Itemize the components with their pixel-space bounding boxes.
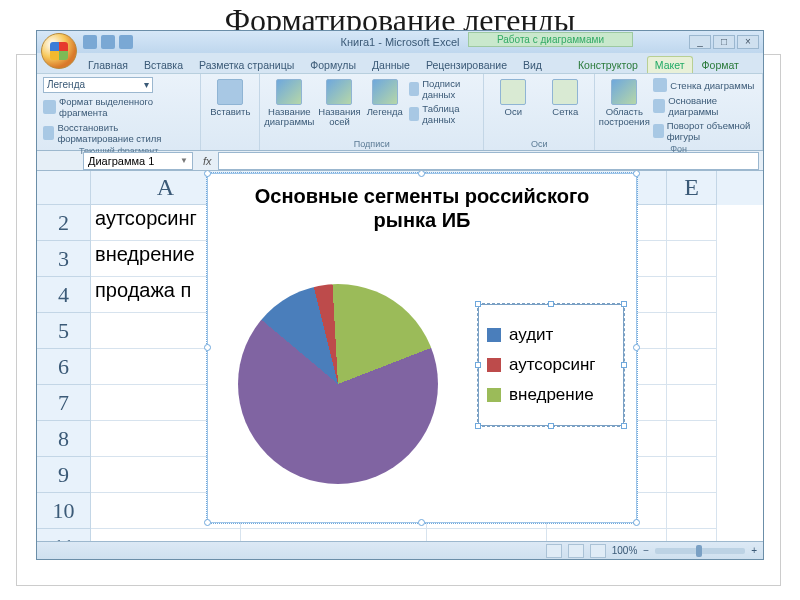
tab-formulas[interactable]: Формулы [303, 57, 363, 73]
worksheet-grid[interactable]: ABCDE 2аутсорсинг3внедрение4продажа п567… [37, 171, 763, 541]
redo-icon[interactable] [119, 35, 133, 49]
row-header[interactable]: 3 [37, 241, 91, 277]
row-header[interactable]: 7 [37, 385, 91, 421]
row-header[interactable]: 11 [37, 529, 91, 541]
ribbon: Легенда▾ Формат выделенного фрагмента Во… [37, 73, 763, 151]
cell[interactable] [667, 241, 717, 277]
axes-icon [500, 79, 526, 105]
row-header[interactable]: 10 [37, 493, 91, 529]
tab-insert[interactable]: Вставка [137, 57, 190, 73]
format-selection-button[interactable]: Формат выделенного фрагмента [43, 95, 194, 119]
tab-design[interactable]: Конструктор [571, 57, 645, 73]
page-break-view-button[interactable] [590, 544, 606, 558]
cell[interactable] [667, 421, 717, 457]
axis-titles-icon [326, 79, 352, 105]
floor-icon [653, 99, 665, 113]
status-bar: 100% − + [37, 541, 763, 559]
legend-item[interactable]: внедрение [487, 385, 615, 405]
ribbon-group-axes: Оси Сетка Оси [484, 74, 595, 150]
insert-button[interactable]: Вставить [207, 77, 253, 117]
window-title: Книга1 - Microsoft Excel [341, 36, 460, 48]
cell[interactable] [91, 529, 241, 541]
cell[interactable] [241, 529, 427, 541]
page-layout-view-button[interactable] [568, 544, 584, 558]
chart-object[interactable]: Основные сегменты российского рынка ИБ а… [207, 173, 637, 523]
zoom-slider[interactable] [655, 548, 745, 554]
ribbon-group-insert: Вставить [201, 74, 260, 150]
cell[interactable] [667, 349, 717, 385]
close-button[interactable]: × [737, 35, 759, 49]
legend-label: аудит [509, 325, 553, 345]
data-labels-button[interactable]: Подписи данных [409, 77, 478, 101]
grid-icon [552, 79, 578, 105]
chart-legend[interactable]: аудитаутсорсингвнедрение [478, 304, 624, 426]
chart-title[interactable]: Основные сегменты российского рынка ИБ [208, 174, 636, 238]
legend-label: внедрение [509, 385, 594, 405]
cell[interactable] [667, 385, 717, 421]
tab-page-layout[interactable]: Разметка страницы [192, 57, 301, 73]
data-table-button[interactable]: Таблица данных [409, 102, 478, 126]
row-header[interactable]: 8 [37, 421, 91, 457]
normal-view-button[interactable] [546, 544, 562, 558]
cell[interactable] [667, 493, 717, 529]
cell[interactable] [667, 457, 717, 493]
legend-swatch [487, 388, 501, 402]
reset-style-button[interactable]: Восстановить форматирование стиля [43, 121, 194, 145]
chart-title-button[interactable]: Название диаграммы [266, 77, 312, 127]
zoom-in-button[interactable]: + [751, 545, 757, 556]
ribbon-group-label: Оси [490, 139, 588, 149]
cell[interactable] [547, 529, 667, 541]
format-selection-icon [43, 100, 56, 114]
formula-input[interactable] [218, 152, 759, 170]
fx-label[interactable]: fx [197, 155, 218, 167]
legend-button[interactable]: Легенда [367, 77, 403, 117]
legend-item[interactable]: аудит [487, 325, 615, 345]
zoom-value[interactable]: 100% [612, 545, 638, 556]
column-header[interactable]: E [667, 171, 717, 205]
cell[interactable] [667, 529, 717, 541]
ribbon-group-labels: Название диаграммы Названия осей Легенда… [260, 74, 484, 150]
name-box[interactable]: Диаграмма 1▼ [83, 152, 193, 170]
rotation-button[interactable]: Поворот объемной фигуры [653, 119, 756, 143]
chart-floor-button[interactable]: Основание диаграммы [653, 94, 756, 118]
cell[interactable] [667, 277, 717, 313]
zoom-out-button[interactable]: − [643, 545, 649, 556]
tab-home[interactable]: Главная [81, 57, 135, 73]
data-labels-icon [409, 82, 419, 96]
data-table-icon [409, 107, 420, 121]
undo-icon[interactable] [101, 35, 115, 49]
ribbon-group-label: Подписи [266, 139, 477, 149]
rotation-icon [653, 124, 663, 138]
row-header[interactable]: 2 [37, 205, 91, 241]
plot-area-icon [611, 79, 637, 105]
maximize-button[interactable]: □ [713, 35, 735, 49]
tab-layout[interactable]: Макет [647, 56, 693, 73]
plot-area-button[interactable]: Область построения [601, 77, 647, 127]
chart-element-combo[interactable]: Легенда▾ [43, 77, 153, 93]
cell[interactable] [667, 313, 717, 349]
cell[interactable] [427, 529, 547, 541]
axis-titles-button[interactable]: Названия осей [318, 77, 360, 127]
tab-view[interactable]: Вид [516, 57, 549, 73]
tab-format[interactable]: Формат [695, 57, 746, 73]
axes-button[interactable]: Оси [490, 77, 536, 117]
tab-review[interactable]: Рецензирование [419, 57, 514, 73]
select-all-corner[interactable] [37, 171, 91, 205]
tab-data[interactable]: Данные [365, 57, 417, 73]
cell[interactable] [667, 205, 717, 241]
legend-item[interactable]: аутсорсинг [487, 355, 615, 375]
minimize-button[interactable]: _ [689, 35, 711, 49]
row-header[interactable]: 6 [37, 349, 91, 385]
gridlines-button[interactable]: Сетка [542, 77, 588, 117]
legend-swatch [487, 358, 501, 372]
row-header[interactable]: 9 [37, 457, 91, 493]
row-header[interactable]: 4 [37, 277, 91, 313]
plot-area[interactable] [238, 284, 448, 494]
save-icon[interactable] [83, 35, 97, 49]
row-header[interactable]: 5 [37, 313, 91, 349]
picture-icon [217, 79, 243, 105]
pie-chart[interactable] [238, 284, 438, 484]
titlebar: Книга1 - Microsoft Excel Работа с диагра… [37, 31, 763, 53]
office-button[interactable] [41, 33, 77, 69]
chart-wall-button[interactable]: Стенка диаграммы [653, 77, 756, 93]
